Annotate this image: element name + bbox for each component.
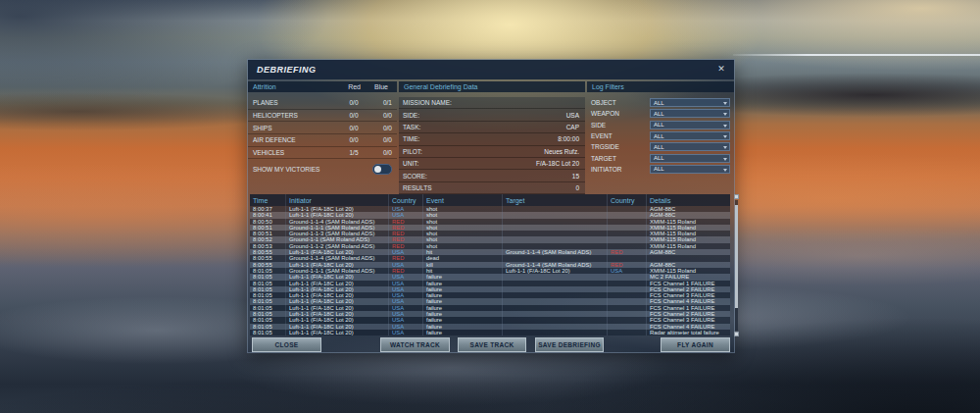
cell-details: Radar altimeter total failure — [646, 330, 730, 336]
chevron-down-icon — [723, 158, 727, 161]
event-log-body: 8:00:37 Luft-1-1 (F/A-18C Lot 20) USA sh… — [250, 206, 730, 336]
attrition-blue-value: 0/1 — [368, 99, 392, 106]
general-field-label: SIDE: — [403, 112, 419, 119]
log-filter-row: OBJECT ALL — [587, 97, 734, 108]
event-log-table: Time Initiator Country Event Target Coun… — [250, 194, 734, 336]
chevron-down-icon — [723, 135, 727, 138]
attrition-red-value: 0/0 — [339, 99, 368, 106]
attrition-row: HELICOPTERS 0/0 0/0 — [248, 110, 397, 123]
column-header-time: Time — [250, 194, 285, 206]
show-my-victories-toggle[interactable] — [372, 164, 392, 175]
attrition-red-value: 0/0 — [339, 136, 368, 143]
event-log-row[interactable]: 8:01:05 Luft-1-1 (F/A-18C Lot 20) USA fa… — [250, 330, 730, 336]
scroll-down-icon[interactable] — [734, 332, 739, 336]
general-data-title: General Debriefing Data — [404, 83, 478, 90]
attrition-panel: PLANES 0/0 0/1 HELICOPTERS 0/0 0/0 SHIPS… — [248, 97, 397, 159]
general-field-value: 8:00:00 — [558, 135, 579, 142]
general-field-value: 0 — [575, 184, 579, 191]
log-filter-selected-value: ALL — [654, 155, 664, 161]
log-filter-row: INITIATOR ALL — [587, 164, 734, 175]
cell-country: USA — [388, 330, 422, 336]
log-filter-label: SIDE — [591, 122, 650, 129]
general-data-field: TASK: CAP — [399, 122, 585, 133]
general-data-panel: MISSION NAME: SIDE: USA TASK: CAP TIME: … — [399, 97, 585, 194]
log-filter-dropdown[interactable]: ALL — [650, 154, 730, 163]
save-debriefing-button[interactable]: SAVE DEBRIEFING — [535, 337, 604, 352]
column-header-event: Event — [422, 194, 502, 206]
cell-target — [502, 330, 607, 336]
general-data-section-header: General Debriefing Data — [399, 81, 585, 92]
log-filter-selected-value: ALL — [654, 122, 664, 128]
table-scrollbar[interactable] — [734, 194, 740, 336]
close-button[interactable]: CLOSE — [252, 337, 321, 352]
column-header-target-country: Country — [607, 194, 646, 206]
attrition-row-label: AIR DEFENCE — [253, 136, 339, 143]
column-header-initiator: Initiator — [285, 194, 388, 206]
general-field-label: PILOT: — [403, 148, 422, 155]
section-headers: Attrition Red Blue General Debriefing Da… — [248, 81, 734, 92]
general-field-label: MISSION NAME: — [403, 99, 452, 106]
attrition-section-header: Attrition Red Blue — [248, 81, 397, 92]
column-header-target: Target — [502, 194, 607, 206]
attrition-red-column-header: Red — [348, 83, 361, 90]
log-filter-dropdown[interactable]: ALL — [650, 131, 730, 140]
general-data-field: SCORE: 15 — [399, 170, 585, 181]
general-data-field: SIDE: USA — [399, 109, 585, 121]
attrition-blue-value: 0/0 — [368, 149, 392, 156]
log-filter-label: WEAPON — [591, 110, 650, 117]
column-header-country: Country — [388, 194, 422, 206]
general-data-field: PILOT: Neues Rufz. — [399, 146, 585, 158]
log-filter-row: SIDE ALL — [587, 120, 734, 130]
chevron-down-icon — [723, 169, 727, 172]
attrition-row-label: PLANES — [253, 99, 339, 106]
dialog-title: DEBRIEFING — [248, 65, 317, 75]
watch-track-button[interactable]: WATCH TRACK — [380, 337, 450, 352]
log-filter-dropdown[interactable]: ALL — [650, 109, 730, 118]
cell-target-country — [607, 330, 646, 336]
chevron-down-icon — [723, 146, 727, 149]
log-filter-selected-value: ALL — [654, 144, 664, 150]
scroll-up-icon[interactable] — [734, 194, 739, 199]
attrition-row: AIR DEFENCE 0/0 0/0 — [248, 134, 397, 147]
debriefing-dialog: DEBRIEFING ✕ Attrition Red Blue General … — [247, 59, 735, 353]
attrition-blue-value: 0/0 — [368, 112, 392, 119]
show-my-victories-label: SHOW MY VICTORIES — [253, 166, 319, 173]
toggle-knob — [374, 166, 381, 173]
show-my-victories-row: SHOW MY VICTORIES — [248, 162, 397, 176]
log-filters-section-header: Log Filters — [587, 81, 734, 92]
log-filter-selected-value: ALL — [654, 133, 664, 139]
general-field-label: SCORE: — [403, 173, 427, 180]
fly-again-button[interactable]: FLY AGAIN — [661, 337, 730, 352]
event-log-header-row: Time Initiator Country Event Target Coun… — [250, 194, 730, 206]
attrition-blue-value: 0/0 — [368, 125, 392, 131]
log-filter-row: EVENT ALL — [587, 130, 734, 141]
general-field-value: Neues Rufz. — [544, 148, 579, 155]
save-track-button[interactable]: SAVE TRACK — [458, 337, 526, 352]
general-field-value: F/A-18C Lot 20 — [536, 160, 579, 167]
log-filter-dropdown[interactable]: ALL — [650, 142, 730, 151]
log-filter-dropdown[interactable]: ALL — [650, 121, 730, 129]
log-filter-selected-value: ALL — [654, 100, 664, 106]
attrition-row-label: VEHICLES — [253, 149, 339, 156]
cell-event: failure — [422, 330, 502, 336]
log-filter-label: TARGET — [591, 155, 650, 162]
log-filter-label: OBJECT — [591, 99, 650, 106]
close-icon[interactable]: ✕ — [715, 63, 727, 75]
log-filter-label: TRGSIDE — [591, 143, 650, 150]
general-field-value: USA — [566, 112, 579, 119]
scrollbar-thumb[interactable] — [735, 205, 738, 308]
log-filter-row: WEAPON ALL — [587, 108, 734, 119]
log-filter-selected-value: ALL — [654, 166, 664, 172]
log-filter-dropdown[interactable]: ALL — [650, 98, 730, 107]
log-filter-dropdown[interactable]: ALL — [650, 165, 730, 174]
chevron-down-icon — [723, 113, 727, 116]
attrition-blue-column-header: Blue — [374, 83, 388, 90]
attrition-row-label: HELICOPTERS — [253, 112, 339, 119]
attrition-row-label: SHIPS — [253, 125, 339, 131]
log-filter-selected-value: ALL — [654, 111, 664, 117]
attrition-red-value: 0/0 — [339, 125, 368, 131]
dialog-button-row: CLOSE WATCH TRACK SAVE TRACK SAVE DEBRIE… — [248, 337, 734, 353]
log-filter-row: TRGSIDE ALL — [587, 141, 734, 152]
general-data-field: RESULTS 0 — [399, 182, 585, 194]
general-data-field: UNIT: F/A-18C Lot 20 — [399, 158, 585, 170]
